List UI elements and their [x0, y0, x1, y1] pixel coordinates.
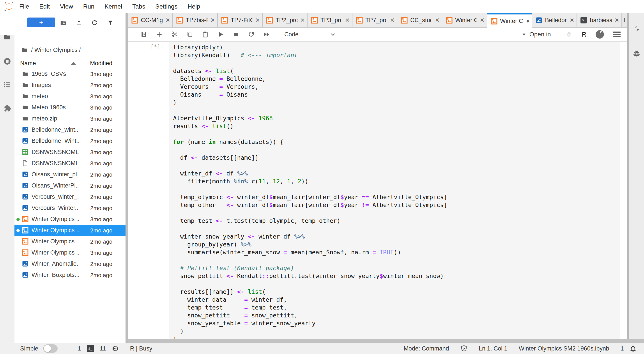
cell-type-dropdown[interactable]: Code [284, 31, 298, 38]
close-icon[interactable]: ✕ [345, 17, 350, 24]
trust-shield-icon[interactable] [460, 345, 468, 352]
notification-bell-icon[interactable] [630, 345, 636, 352]
tab-tp7-prol[interactable]: TP7_prol✕ [352, 13, 397, 27]
tab-barbiesa[interactable]: $_barbiesa✕ [577, 13, 622, 27]
file-row[interactable]: Belledonne_Wint...2mo ago [14, 136, 126, 146]
sidebar-main-divider[interactable] [126, 13, 128, 343]
column-header-modified[interactable]: Modified [90, 60, 112, 67]
close-icon[interactable]: ✕ [210, 17, 215, 24]
file-row[interactable]: Winter Olympics ...2mo ago [14, 236, 126, 247]
command-mode-indicator[interactable]: Mode: Command [404, 345, 449, 352]
new-folder-button[interactable] [59, 19, 67, 27]
close-icon[interactable]: ✕ [614, 17, 619, 24]
new-launcher-button[interactable]: + [28, 18, 55, 28]
menu-item-tabs[interactable]: Tabs [132, 3, 145, 10]
file-row[interactable]: Winter_Anomalie...2mo ago [14, 258, 126, 270]
column-header-name[interactable]: Name [20, 60, 36, 67]
file-row[interactable]: DSNWSNSNOML...3mo ago [14, 158, 126, 169]
file-row[interactable]: Belledonne_wint...2mo ago [14, 124, 126, 136]
file-row[interactable]: 1960s_CSVs3mo ago [14, 68, 126, 80]
paste-button[interactable] [202, 31, 209, 38]
refresh-button[interactable] [90, 19, 98, 27]
breadcrumb[interactable]: / Winter Olympics / [14, 45, 81, 55]
debugger-toggle-icon[interactable] [565, 31, 572, 38]
toolbar-overflow-menu-icon[interactable] [613, 32, 620, 37]
property-inspector-icon[interactable] [629, 22, 644, 37]
kernel-name[interactable]: R [582, 31, 586, 38]
stop-button[interactable] [232, 31, 240, 38]
save-button[interactable] [140, 31, 148, 38]
code-line: results <- list() [173, 122, 620, 130]
run-all-button[interactable] [263, 31, 270, 38]
file-row[interactable]: DSNWSNSNOML...3mo ago [14, 146, 126, 158]
tab-tp7bis-f[interactable]: TP7bis-F✕ [173, 13, 218, 27]
close-icon[interactable]: ✕ [480, 17, 484, 24]
open-in-dropdown[interactable]: Open in... [522, 31, 556, 38]
sidebar-item-file-browser[interactable] [0, 29, 14, 45]
close-icon[interactable]: ✕ [300, 17, 305, 24]
file-row[interactable]: Meteo 1960s3mo ago [14, 102, 126, 113]
menu-item-settings[interactable]: Settings [155, 3, 178, 10]
cut-button[interactable] [171, 31, 178, 38]
cell-execution-prompt: [*]: [128, 43, 167, 50]
kernel-busy-indicator[interactable] [596, 30, 604, 38]
notebook-toolbar: Code Open in... R [128, 28, 627, 42]
code-line: summarise(winter_mean_snow = mean(mean_S… [173, 248, 620, 256]
tab-cc-m1g[interactable]: CC-M1g✕ [128, 13, 173, 27]
sidebar-item-extension-manager[interactable] [0, 101, 14, 116]
menu-item-file[interactable]: File [19, 3, 29, 10]
tab-tp7-fitc[interactable]: TP7-FitC✕ [218, 13, 263, 27]
filter-button[interactable] [106, 19, 114, 27]
sidebar-item-running-sessions[interactable] [0, 54, 14, 69]
tab-winter-c[interactable]: Winter C✕ [442, 13, 487, 27]
menu-item-kernel[interactable]: Kernel [104, 3, 122, 10]
menu-item-edit[interactable]: Edit [39, 3, 50, 10]
menu-item-help[interactable]: Help [188, 3, 200, 10]
new-tab-button[interactable]: + [622, 13, 627, 27]
sidebar-item-table-of-contents[interactable] [0, 77, 14, 92]
add-button[interactable] [156, 31, 163, 38]
notebook-bottom-scrollbar[interactable] [128, 339, 644, 343]
upload-button[interactable] [75, 19, 83, 27]
kernel-chip-icon[interactable] [112, 345, 119, 352]
cursor-position[interactable]: Ln 1, Col 1 [479, 345, 508, 352]
restart-button[interactable] [248, 31, 255, 38]
tab-tp2-pro[interactable]: TP2_pro✕ [263, 13, 308, 27]
chevron-down-icon[interactable] [329, 31, 337, 38]
close-icon[interactable]: ✕ [570, 17, 574, 24]
code-editor[interactable]: library(dplyr)library(Kendall) # <--- im… [169, 42, 620, 339]
simple-mode-toggle[interactable] [43, 344, 58, 353]
terminal-icon[interactable]: $_ [87, 345, 94, 352]
file-row[interactable]: Images2mo ago [14, 80, 126, 91]
close-icon[interactable]: ✕ [166, 17, 170, 24]
file-row[interactable]: meteo.zip3mo ago [14, 113, 126, 124]
close-icon[interactable]: ✕ [255, 17, 260, 24]
file-row[interactable]: Oisans_winter_pl...2mo ago [14, 169, 126, 180]
menu-item-run[interactable]: Run [83, 3, 94, 10]
tab-belledor[interactable]: Belledor✕ [532, 13, 577, 27]
tab-tp3-pro[interactable]: TP3_pro✕ [308, 13, 352, 27]
file-row[interactable]: meteo3mo ago [14, 91, 126, 102]
close-icon[interactable]: ✕ [390, 17, 395, 24]
file-row[interactable]: Oisans_WinterPl...2mo ago [14, 180, 126, 191]
file-row[interactable]: Winter Olympics ...3mo ago [14, 247, 126, 258]
file-row[interactable]: Vercours_Winter...2mo ago [14, 202, 126, 214]
kernel-count[interactable]: 11 [100, 345, 106, 352]
tab-label: barbiesa [590, 17, 612, 24]
kernel-status[interactable]: R | Busy [130, 345, 152, 352]
debugger-sidebar-icon[interactable] [629, 46, 644, 61]
copy-button[interactable] [186, 31, 194, 38]
run-button[interactable] [217, 31, 224, 38]
active-filename[interactable]: Winter Olympics SM2 1960s.ipynb [519, 345, 609, 352]
menu-item-view[interactable]: View [60, 3, 73, 10]
file-name: Oisans_winter_pl... [32, 171, 79, 178]
terminal-count[interactable]: 1 [78, 345, 81, 352]
tab-cc-stud[interactable]: CC_stud✕ [397, 13, 442, 27]
file-row[interactable]: Winter_Boxplots...2mo ago [14, 270, 126, 280]
tab-winter-c[interactable]: Winter C● [487, 13, 532, 28]
close-icon[interactable]: ✕ [435, 17, 440, 24]
file-row[interactable]: Vercours_winter_...2mo ago [14, 191, 126, 202]
file-row[interactable]: Winter Olympics ...3mo ago [14, 214, 126, 225]
notebook-icon [311, 17, 318, 24]
file-row[interactable]: Winter Olympics ...2mo ago [14, 225, 126, 236]
